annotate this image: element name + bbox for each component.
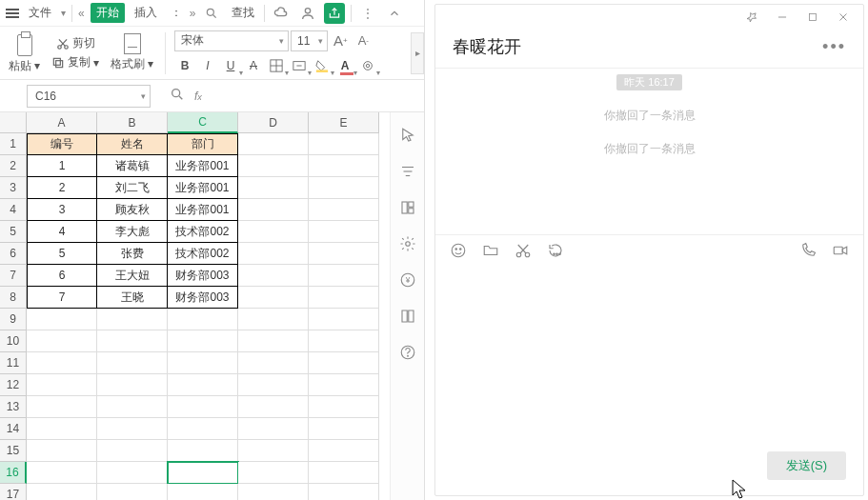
cell[interactable] xyxy=(238,265,309,287)
cell[interactable] xyxy=(27,374,97,396)
cell[interactable]: 业务部001 xyxy=(168,155,238,177)
chat-input-area[interactable] xyxy=(435,266,863,442)
underline-button[interactable]: U▾ xyxy=(220,55,241,76)
book-tool-icon[interactable] xyxy=(398,307,417,326)
cell[interactable] xyxy=(27,330,97,352)
search-icon[interactable] xyxy=(201,3,222,24)
cell[interactable]: 诸葛镇 xyxy=(97,155,168,177)
cell[interactable] xyxy=(238,330,309,352)
cell[interactable] xyxy=(238,221,309,243)
pin-icon[interactable] xyxy=(741,7,762,28)
cell[interactable] xyxy=(27,352,97,374)
chevron-down-icon[interactable]: ▾ xyxy=(61,8,66,18)
row-header[interactable]: 12 xyxy=(0,374,27,396)
cell[interactable]: 张费 xyxy=(97,243,168,265)
bold-button[interactable]: B xyxy=(174,55,195,76)
cell[interactable] xyxy=(168,440,238,462)
row-header[interactable]: 6 xyxy=(0,243,27,265)
kebab-icon[interactable]: ⋮ xyxy=(357,3,378,24)
hamburger-icon[interactable] xyxy=(6,7,19,20)
cell[interactable] xyxy=(97,396,168,418)
cell[interactable] xyxy=(168,309,238,330)
maximize-icon[interactable] xyxy=(802,7,823,28)
cell[interactable] xyxy=(97,352,168,374)
menu-insert[interactable]: 插入 xyxy=(131,3,161,23)
cell[interactable] xyxy=(238,287,309,309)
cell[interactable]: 王晓 xyxy=(97,287,168,309)
cell[interactable] xyxy=(238,418,309,440)
brush-icon[interactable] xyxy=(124,33,141,54)
cell[interactable] xyxy=(309,309,379,330)
row-header[interactable]: 3 xyxy=(0,177,27,199)
row-header[interactable]: 17 xyxy=(0,484,27,500)
select-all-corner[interactable] xyxy=(0,112,27,133)
menu-more[interactable]: ： xyxy=(167,3,184,23)
cell[interactable]: 6 xyxy=(27,265,97,287)
cell[interactable] xyxy=(238,177,309,199)
cell[interactable] xyxy=(97,330,168,352)
scissors-icon[interactable] xyxy=(514,241,533,260)
video-icon[interactable] xyxy=(831,241,850,260)
cell[interactable] xyxy=(27,440,97,462)
cell[interactable] xyxy=(309,418,379,440)
column-header[interactable]: D xyxy=(238,112,309,133)
row-header[interactable]: 16 xyxy=(0,462,27,484)
help-tool-icon[interactable] xyxy=(398,343,417,362)
cell[interactable] xyxy=(97,309,168,330)
cell[interactable]: 技术部002 xyxy=(168,221,238,243)
menu-file[interactable]: 文件 xyxy=(25,3,55,23)
row-header[interactable]: 9 xyxy=(0,309,27,330)
font-shrink-button[interactable]: A- xyxy=(353,30,373,51)
row-header[interactable]: 7 xyxy=(0,265,27,287)
cell[interactable] xyxy=(27,418,97,440)
cell[interactable] xyxy=(27,484,97,500)
cell[interactable] xyxy=(309,396,379,418)
cell[interactable] xyxy=(97,484,168,500)
cell[interactable] xyxy=(97,440,168,462)
cell[interactable] xyxy=(309,440,379,462)
cell[interactable]: 编号 xyxy=(27,133,97,155)
row-header[interactable]: 5 xyxy=(0,221,27,243)
menu-start[interactable]: 开始 xyxy=(91,3,125,23)
column-header[interactable]: A xyxy=(27,112,97,133)
cell[interactable]: 技术部002 xyxy=(168,243,238,265)
column-header[interactable]: E xyxy=(309,112,379,133)
font-grow-button[interactable]: A+ xyxy=(330,30,351,51)
currency-tool-icon[interactable]: ¥ xyxy=(398,270,417,290)
cell[interactable] xyxy=(309,462,379,484)
cell[interactable] xyxy=(238,484,309,500)
effects-button[interactable]: ▾ xyxy=(357,55,378,76)
cell[interactable]: 财务部003 xyxy=(168,265,238,287)
minimize-icon[interactable] xyxy=(772,7,793,28)
history-icon[interactable] xyxy=(546,241,565,260)
sheet-area[interactable]: ABCDE 12345678910111213141516171819 编号姓名… xyxy=(0,112,424,500)
cell[interactable] xyxy=(238,440,309,462)
ribbon-expand-button[interactable]: ▸ xyxy=(411,32,424,74)
font-size-select[interactable]: 11▾ xyxy=(291,30,328,51)
row-header[interactable]: 4 xyxy=(0,199,27,221)
user-icon[interactable] xyxy=(297,3,318,24)
cell[interactable] xyxy=(309,484,379,500)
cell[interactable] xyxy=(309,133,379,155)
layout-tool-icon[interactable] xyxy=(398,198,417,217)
cell[interactable] xyxy=(238,396,309,418)
cell[interactable] xyxy=(238,352,309,374)
cell[interactable]: 5 xyxy=(27,243,97,265)
cell[interactable] xyxy=(27,462,97,484)
cell[interactable] xyxy=(97,374,168,396)
italic-button[interactable]: I xyxy=(197,55,218,76)
merge-button[interactable]: ▾ xyxy=(289,55,310,76)
strike-button[interactable]: A xyxy=(243,55,264,76)
cell[interactable]: 部门 xyxy=(168,133,238,155)
cell[interactable] xyxy=(309,221,379,243)
row-header[interactable]: 2 xyxy=(0,155,27,177)
row-header[interactable]: 14 xyxy=(0,418,27,440)
row-header[interactable]: 1 xyxy=(0,133,27,155)
gear-tool-icon[interactable] xyxy=(398,234,417,253)
chat-more-icon[interactable]: ••• xyxy=(822,37,846,57)
menu-next[interactable]: » xyxy=(190,7,196,20)
cell[interactable] xyxy=(97,462,168,484)
zoom-icon[interactable] xyxy=(170,87,185,105)
cell[interactable] xyxy=(97,418,168,440)
cell[interactable] xyxy=(309,155,379,177)
